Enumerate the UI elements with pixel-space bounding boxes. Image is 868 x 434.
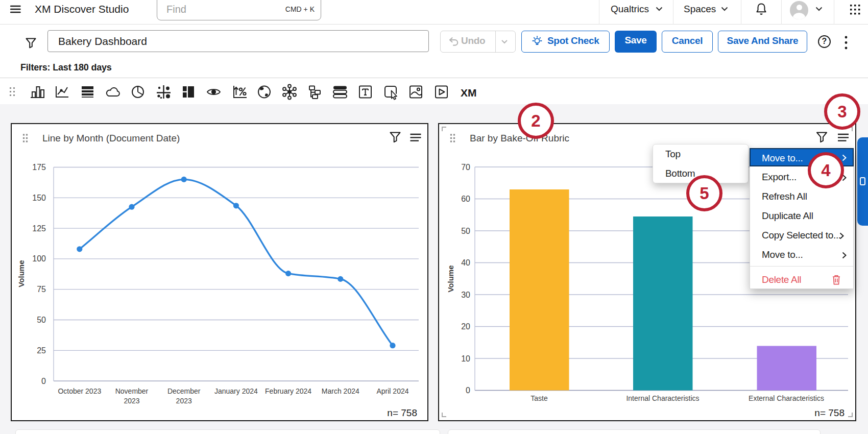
svg-text:October 2023: October 2023 bbox=[58, 387, 101, 395]
svg-text:External Characteristics: External Characteristics bbox=[749, 394, 824, 402]
svg-text:November: November bbox=[115, 387, 149, 395]
svg-text:December: December bbox=[167, 387, 201, 395]
svg-text:2023: 2023 bbox=[176, 397, 192, 405]
svg-text:150: 150 bbox=[32, 194, 46, 202]
svg-text:0: 0 bbox=[466, 386, 470, 395]
svg-text:20: 20 bbox=[461, 322, 470, 331]
svg-text:125: 125 bbox=[32, 224, 46, 233]
svg-text:n= 758: n= 758 bbox=[387, 407, 417, 418]
svg-text:n= 758: n= 758 bbox=[814, 407, 845, 418]
svg-text:Line by Month (Document Date): Line by Month (Document Date) bbox=[42, 133, 180, 143]
svg-text:Volume: Volume bbox=[17, 260, 26, 287]
svg-text:10: 10 bbox=[461, 354, 470, 363]
svg-text:75: 75 bbox=[37, 285, 46, 294]
svg-text:Bar by Bake-Off Rubric: Bar by Bake-Off Rubric bbox=[470, 133, 569, 143]
svg-text:April 2024: April 2024 bbox=[376, 387, 408, 395]
svg-text:Volume: Volume bbox=[446, 265, 455, 292]
svg-text:60: 60 bbox=[461, 195, 470, 203]
svg-text:100: 100 bbox=[32, 254, 46, 263]
svg-text:30: 30 bbox=[461, 291, 470, 299]
svg-text:50: 50 bbox=[37, 316, 46, 324]
svg-text:Taste: Taste bbox=[531, 394, 548, 402]
svg-text:175: 175 bbox=[32, 163, 46, 172]
svg-text:40: 40 bbox=[461, 258, 470, 267]
svg-text:Internal Characteristics: Internal Characteristics bbox=[626, 394, 699, 402]
svg-text:January 2024: January 2024 bbox=[214, 387, 258, 395]
svg-text:70: 70 bbox=[461, 163, 470, 172]
svg-text:February 2024: February 2024 bbox=[265, 387, 311, 395]
svg-text:2023: 2023 bbox=[124, 397, 139, 405]
svg-text:25: 25 bbox=[37, 346, 46, 355]
svg-text:50: 50 bbox=[461, 227, 470, 235]
svg-text:March 2024: March 2024 bbox=[322, 387, 359, 395]
svg-text:0: 0 bbox=[41, 377, 46, 385]
